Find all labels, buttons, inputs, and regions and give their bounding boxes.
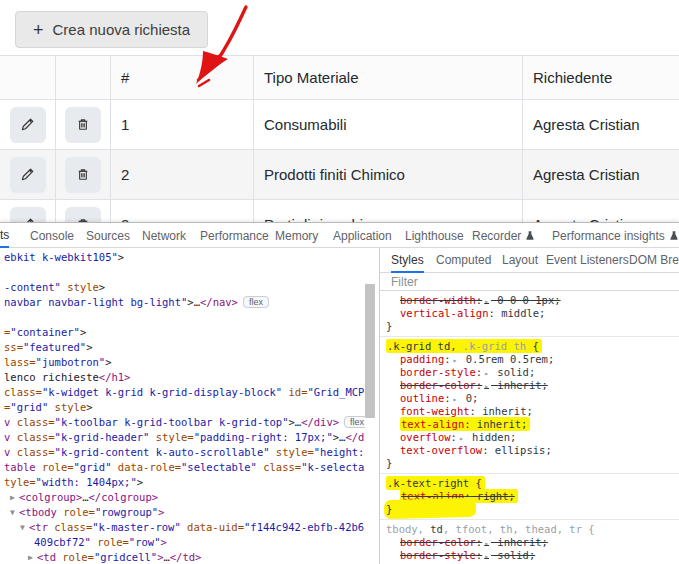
table-row[interactable]: 3Parti di ricambioAgresta Cristian bbox=[0, 200, 679, 222]
code-val: "jumbotron" bbox=[36, 356, 106, 368]
css-declaration[interactable]: vertical-align: middle; bbox=[386, 307, 677, 320]
create-request-button[interactable]: + Crea nuova richiesta bbox=[15, 11, 208, 48]
expand-open-icon[interactable]: ▼ bbox=[10, 505, 19, 520]
dom-tree-line[interactable]: tyle="width: 1404px;"> bbox=[4, 475, 365, 490]
flex-badge[interactable]: flex bbox=[344, 416, 365, 428]
code-text: > bbox=[86, 401, 92, 413]
styles-filter-input[interactable] bbox=[380, 275, 649, 289]
dom-tree-line[interactable] bbox=[4, 310, 365, 325]
devtools-tab-application[interactable]: Application bbox=[333, 223, 392, 248]
table-row[interactable]: 1ConsumabiliAgresta Cristian bbox=[0, 100, 679, 150]
css-rule: .k-grid td, .k-grid th {padding:▸ 0.5rem… bbox=[380, 336, 679, 473]
column-header-richiedente[interactable]: Richiedente bbox=[522, 56, 679, 99]
dom-tree-line[interactable]: table role="grid" data-role="selectable"… bbox=[4, 460, 365, 475]
delete-button[interactable] bbox=[65, 207, 101, 223]
css-declaration[interactable]: border-style:▸ solid; bbox=[386, 366, 677, 379]
dom-tree-line[interactable]: ▼<tr class="k-master-row" data-uid="f144… bbox=[4, 520, 365, 535]
styles-tab-dom-break[interactable]: DOM Break bbox=[629, 248, 679, 273]
styles-tab-layout[interactable]: Layout bbox=[502, 248, 538, 273]
code-val: "rowgroup" bbox=[95, 506, 158, 518]
dom-tree-line[interactable]: ▶<td role="gridcell">…</td> bbox=[4, 550, 365, 564]
dom-tree-line[interactable]: ebkit k-webkit105"> bbox=[4, 250, 365, 265]
css-declaration[interactable]: outline:▸ 0; bbox=[386, 392, 677, 405]
expand-closed-icon[interactable]: ▶ bbox=[10, 490, 19, 505]
expand-value-icon[interactable]: ▸ bbox=[453, 395, 458, 404]
cell-tipo: Prodotti finiti Chimico bbox=[253, 150, 522, 199]
styles-tab-event-listeners[interactable]: Event Listeners bbox=[546, 248, 629, 273]
expand-value-icon[interactable]: ▸ bbox=[484, 552, 489, 561]
styles-tab-styles[interactable]: Styles bbox=[391, 248, 424, 273]
expand-value-icon[interactable]: ▸ bbox=[484, 297, 489, 306]
tab-label: Lighthouse bbox=[405, 224, 464, 248]
edit-button[interactable] bbox=[10, 207, 46, 223]
code-attr: role= bbox=[62, 551, 94, 563]
css-declaration[interactable]: overflow:▸ hidden; bbox=[386, 431, 677, 444]
code-val: "k-selectable" bbox=[301, 461, 365, 473]
dom-tree-line[interactable]: 409cbf72" role="row"> bbox=[4, 535, 365, 550]
edit-button[interactable] bbox=[10, 107, 46, 143]
code-text: >… bbox=[333, 431, 346, 443]
dom-tree-line[interactable]: ="grid" style> bbox=[4, 400, 365, 415]
devtools-tab-sources[interactable]: Sources bbox=[86, 223, 130, 248]
devtools-tab-memory[interactable]: Memory bbox=[275, 223, 318, 248]
column-header-num[interactable]: # bbox=[110, 56, 253, 99]
dom-tree-line[interactable]: lenco richieste</h1> bbox=[4, 370, 365, 385]
css-declaration[interactable]: text-overflow: ellipsis; bbox=[386, 444, 677, 457]
code-attr: style= bbox=[156, 431, 194, 443]
create-request-label: Crea nuova richiesta bbox=[53, 21, 191, 38]
code-val: "k-grid-content k-auto-scrollable" bbox=[55, 446, 270, 458]
devtools-tab-console[interactable]: Console bbox=[30, 223, 74, 248]
devtools-tab-performance-insights[interactable]: Performance insights bbox=[552, 223, 679, 248]
code-text: >… bbox=[187, 296, 200, 308]
css-selector[interactable]: tbody, td, tfoot, th, thead, tr { bbox=[386, 523, 677, 536]
dom-tree-line[interactable]: ="container"> bbox=[4, 325, 365, 340]
devtools-tab-network[interactable]: Network bbox=[142, 223, 186, 248]
expand-open-icon[interactable]: ▼ bbox=[20, 520, 29, 535]
code-text: lenco richieste bbox=[4, 371, 99, 383]
css-declaration[interactable]: border-color:▸ inherit; bbox=[386, 536, 677, 549]
code-attr: style bbox=[67, 281, 99, 293]
dom-tree-line[interactable]: ▼<tbody role="rowgroup"> bbox=[4, 505, 365, 520]
code-val: "featured" bbox=[23, 341, 86, 353]
column-header-tipo[interactable]: Tipo Materiale bbox=[253, 56, 522, 99]
css-declaration[interactable]: border-color:▸ inherit; bbox=[386, 379, 677, 392]
delete-button[interactable] bbox=[65, 157, 101, 193]
dom-tree-line[interactable]: v class="k-grid-content k-auto-scrollabl… bbox=[4, 445, 365, 460]
dom-tree-line[interactable]: navbar navbar-light bg-light">…</nav>fle… bbox=[4, 295, 365, 310]
dom-tree-line[interactable]: lass="jumbotron"> bbox=[4, 355, 365, 370]
dom-tree-line[interactable] bbox=[4, 265, 365, 280]
edit-button[interactable] bbox=[10, 157, 46, 193]
code-tag: table bbox=[4, 461, 36, 473]
expand-value-icon[interactable]: ▸ bbox=[453, 356, 458, 365]
scrollbar-thumb[interactable] bbox=[365, 284, 375, 418]
expand-value-icon[interactable]: ▸ bbox=[484, 539, 489, 548]
css-declaration[interactable]: text-align: inherit; bbox=[386, 418, 677, 431]
css-declaration[interactable]: border-width:▸ 0 0 0 1px; bbox=[386, 294, 677, 307]
devtools-tab-ts[interactable]: ts bbox=[0, 223, 9, 248]
code-val: "Grid_MCP" bbox=[307, 386, 365, 398]
expand-closed-icon[interactable]: ▶ bbox=[28, 550, 37, 564]
dom-tree-line[interactable]: v class="k-toolbar k-grid-toolbar k-grid… bbox=[4, 415, 365, 430]
css-declaration[interactable]: padding:▸ 0.5rem 0.5rem; bbox=[386, 353, 677, 366]
devtools-tab-lighthouse[interactable]: Lighthouse bbox=[405, 223, 464, 248]
dom-tree-line[interactable]: ss="featured"> bbox=[4, 340, 365, 355]
expand-value-icon[interactable]: ▸ bbox=[459, 434, 464, 443]
flex-badge[interactable]: flex bbox=[243, 296, 269, 308]
expand-value-icon[interactable]: ▸ bbox=[484, 382, 489, 391]
code-text: > bbox=[105, 356, 111, 368]
table-row[interactable]: 2Prodotti finiti ChimicoAgresta Cristian bbox=[0, 150, 679, 200]
tab-label: Application bbox=[333, 224, 392, 248]
dom-tree-line[interactable]: class="k-widget k-grid k-grid-display-bl… bbox=[4, 385, 365, 400]
dom-tree-line[interactable]: v class="k-grid-header" style="padding-r… bbox=[4, 430, 365, 445]
styles-tab-computed[interactable]: Computed bbox=[436, 248, 491, 273]
dom-tree-line[interactable]: -content" style> bbox=[4, 280, 365, 295]
css-selector[interactable]: .k-grid td, .k-grid th { bbox=[386, 340, 677, 353]
expand-value-icon[interactable]: ▸ bbox=[484, 369, 489, 378]
devtools-tab-recorder[interactable]: Recorder bbox=[472, 223, 535, 248]
delete-button[interactable] bbox=[65, 107, 101, 143]
code-attr: class= bbox=[17, 446, 55, 458]
elements-tree: ebkit k-webkit105">-content" style>navba… bbox=[0, 248, 379, 564]
css-declaration[interactable]: border-style:▸ solid; bbox=[386, 549, 677, 562]
devtools-tab-performance[interactable]: Performance bbox=[200, 223, 269, 248]
dom-tree-line[interactable]: ▶<colgroup>…</colgroup> bbox=[4, 490, 365, 505]
